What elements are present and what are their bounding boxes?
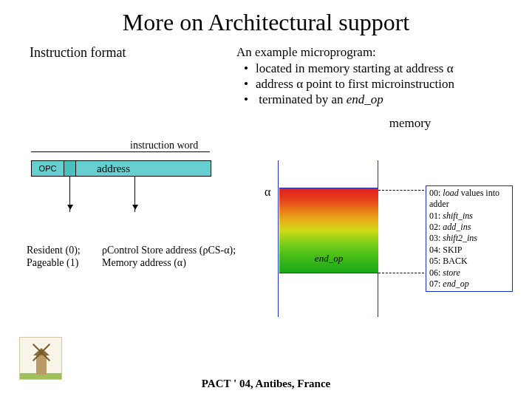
prog-row-2: 02: add_ins: [429, 222, 509, 233]
windmill-icon: [19, 337, 62, 380]
left-column: Instruction format: [30, 45, 236, 131]
p6-em: store: [443, 267, 460, 278]
memory-box: end_op: [278, 160, 378, 317]
slide-title: More on Architectural support: [0, 0, 532, 42]
resident-text: Resident (0); Pageable (1): [27, 245, 81, 270]
p3-pre: 03:: [429, 233, 443, 243]
p0-pre: 00:: [429, 188, 443, 198]
right-column: An example microprogram: located in memo…: [236, 45, 510, 131]
footer-text: PACT ' 04, Antibes, France: [0, 378, 532, 390]
prog-row-1: 01: shift_ins: [429, 211, 509, 222]
prog-row-6: 06: store: [429, 267, 509, 279]
resident-line-1: Resident (0);: [27, 245, 81, 257]
p7-pre: 07:: [429, 279, 443, 289]
instruction-word-brace: [31, 151, 210, 152]
prog-row-3: 03: shift2_ins: [429, 233, 509, 244]
bullet-list: located in memory starting at address α …: [242, 61, 510, 107]
pageable-field: [64, 161, 76, 176]
prog-row-4: 04: SKIP: [429, 245, 509, 256]
p3-em: shift2_ins: [443, 233, 477, 243]
control-store-text: ρControl Store address (ρCS-α); Memory a…: [102, 245, 236, 270]
address-field: address: [76, 161, 211, 176]
upper-columns: Instruction format An example microprogr…: [0, 42, 532, 131]
control-line-1: ρControl Store address (ρCS-α);: [102, 245, 236, 257]
opc-field: OPC: [32, 161, 64, 176]
bullet-3: terminated by an end_op: [242, 92, 510, 107]
instruction-format-heading: Instruction format: [30, 45, 126, 60]
bullet-3-em: end_op: [347, 92, 383, 106]
end-op-label: end_op: [279, 253, 378, 265]
lower-area: Resident (0); Pageable (1) ρControl Stor…: [0, 199, 532, 332]
instruction-word-label: instruction word: [130, 140, 198, 151]
dash-line-top: [378, 190, 424, 191]
prog-row-7: 07: end_op: [429, 279, 509, 290]
bullet-2: address α point to first microinstructio…: [242, 77, 510, 92]
p2-pre: 02:: [429, 222, 443, 232]
program-listing: 00: load values into adder 01: shift_ins…: [426, 185, 513, 292]
resident-line-2: Pageable (1): [27, 257, 81, 270]
control-line-2: Memory address (α): [102, 257, 236, 270]
dash-line-bottom: [378, 273, 424, 273]
instruction-box: OPC address: [31, 160, 211, 177]
gradient-bottom-line: [279, 273, 378, 273]
memory-label: memory: [310, 116, 510, 131]
p6-pre: 06:: [429, 267, 443, 278]
bullet-3-pre: terminated by an: [259, 92, 347, 106]
p0-em: load: [443, 188, 458, 198]
prog-row-5: 05: BACK: [429, 256, 509, 267]
bullet-1: located in memory starting at address α: [242, 61, 510, 76]
gradient-top-line: [279, 188, 378, 188]
alpha-label: α: [265, 185, 270, 199]
example-heading: An example microprogram:: [236, 45, 510, 60]
prog-row-0: 00: load values into adder: [429, 188, 509, 211]
p1-pre: 01:: [429, 211, 443, 221]
p1-em: shift_ins: [443, 211, 473, 221]
p7-em: end_op: [443, 279, 468, 289]
p2-em: add_ins: [443, 222, 471, 232]
